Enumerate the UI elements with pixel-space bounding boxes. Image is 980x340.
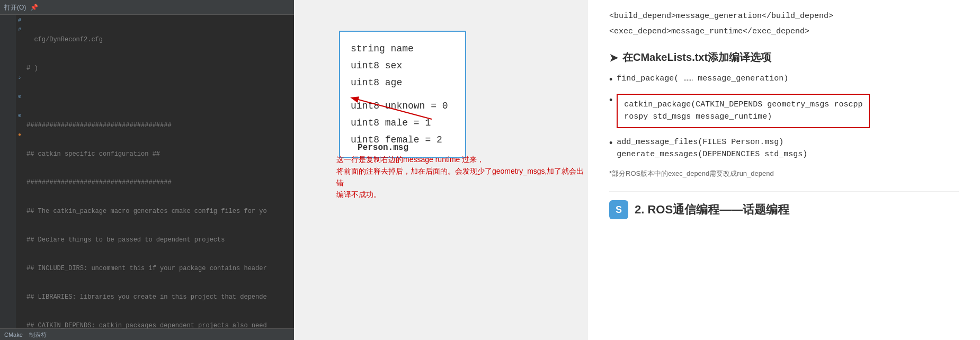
cmake-heading: ➤ 在CMakeLists.txt添加编译选项 — [609, 50, 959, 65]
msg-line1: string name — [351, 40, 455, 57]
code-line: ## CATKIN_DEPENDS: catkin_packages depen… — [26, 321, 292, 328]
section2-header: S 2. ROS通信编程——话题编程 — [609, 191, 959, 219]
doc-panel: <build_depend>message_generation</build_… — [588, 0, 980, 340]
arrow-prefix-icon: ➤ — [609, 51, 618, 64]
note-text: *部分ROS版本中的exec_depend需要改成run_depend — [609, 169, 959, 178]
msg-line3: uint8 age — [351, 74, 455, 91]
section2-icon: S — [609, 200, 628, 219]
depend-section: <build_depend>message_generation</build_… — [609, 11, 959, 38]
bullet-item-2: • catkin_package(CATKIN_DEPENDS geometry… — [609, 94, 959, 128]
red-box-line1: catkin_package(CATKIN_DEPENDS geometry_m… — [624, 99, 862, 111]
bullet-icon-2: • — [609, 95, 612, 106]
msg-line5: uint8 unknown = 0 — [351, 97, 455, 114]
add-message-line1: add_message_files(FILES Person.msg) — [617, 137, 807, 149]
code-line: ## The catkin_package macro generates cm… — [26, 207, 292, 216]
editor-toolbar[interactable]: 打开(O) 📌 — [0, 0, 294, 15]
tab-indicator: 制表符 — [29, 330, 47, 339]
build-depend-text: <build_depend>message_generation</build_… — [609, 11, 959, 23]
code-line: # ) — [26, 64, 292, 73]
code-area: # # ♪ ⊕ ⊕ ● — [0, 15, 294, 328]
code-content[interactable]: cfg/DynReconf2.cfg # ) #################… — [24, 15, 294, 328]
code-line: cfg/DynReconf2.cfg — [26, 35, 292, 44]
annotation-text: 这一行是复制右边的message runtime 过来， 将前面的注释去掉后，加… — [336, 154, 588, 200]
annotation-line2: 将前面的注释去掉后，加在后面的。会发现少了geometry_msgs,加了就会出… — [336, 165, 588, 189]
msg-box: string name uint8 sex uint8 age uint8 un… — [339, 31, 466, 158]
section2-title: 2. ROS通信编程——话题编程 — [635, 202, 789, 218]
code-line: ###################################### — [26, 178, 292, 187]
bullet-text-1: find_package( …… message_generation) — [617, 73, 788, 85]
code-line: ## LIBRARIES: libraries you create in th… — [26, 292, 292, 302]
cmake-status: CMake — [4, 330, 23, 339]
code-line: ## INCLUDE_DIRS: uncomment this if your … — [26, 264, 292, 273]
exec-depend-text: <exec_depend>message_runtime</exec_depen… — [609, 26, 959, 38]
msg-line6: uint8 male = 1 — [351, 114, 455, 131]
bullet-item-1: • find_package( …… message_generation) — [609, 73, 959, 85]
cmake-section: ➤ 在CMakeLists.txt添加编译选项 • find_package( … — [609, 50, 959, 178]
code-line: ## catkin specific configuration ## — [26, 149, 292, 159]
status-bar: CMake 制表符 — [0, 328, 294, 340]
red-box-catkin: catkin_package(CATKIN_DEPENDS geometry_m… — [617, 94, 870, 128]
annotation-line3: 编译不成功。 — [336, 189, 588, 200]
red-box-line2: rospy std_msgs message_runtime) — [624, 111, 862, 123]
gutter: # # ♪ ⊕ ⊕ ● — [16, 15, 24, 328]
cmake-heading-text: 在CMakeLists.txt添加编译选项 — [622, 50, 771, 65]
bullet-icon-3: • — [609, 138, 612, 149]
bullet-text-3: add_message_files(FILES Person.msg) gene… — [617, 137, 807, 160]
code-line: ###################################### — [26, 121, 292, 130]
bullet-icon-1: • — [609, 74, 612, 85]
line-numbers — [0, 15, 16, 328]
annotation-panel: string name uint8 sex uint8 age uint8 un… — [294, 0, 588, 340]
code-line — [26, 92, 292, 102]
annotation-line1: 这一行是复制右边的message runtime 过来， — [336, 154, 588, 165]
open-menu[interactable]: 打开(O) — [4, 3, 26, 12]
msg-line2: uint8 sex — [351, 57, 455, 74]
code-line: ## Declare things to be passed to depend… — [26, 235, 292, 245]
pin-button[interactable]: 📌 — [30, 3, 38, 12]
add-message-line2: generate_messages(DEPENDENCIES std_msgs) — [617, 149, 807, 161]
msg-filename-label: Person.msg — [358, 143, 408, 153]
code-editor: 打开(O) 📌 — [0, 0, 294, 340]
bullet-item-3: • add_message_files(FILES Person.msg) ge… — [609, 137, 959, 160]
